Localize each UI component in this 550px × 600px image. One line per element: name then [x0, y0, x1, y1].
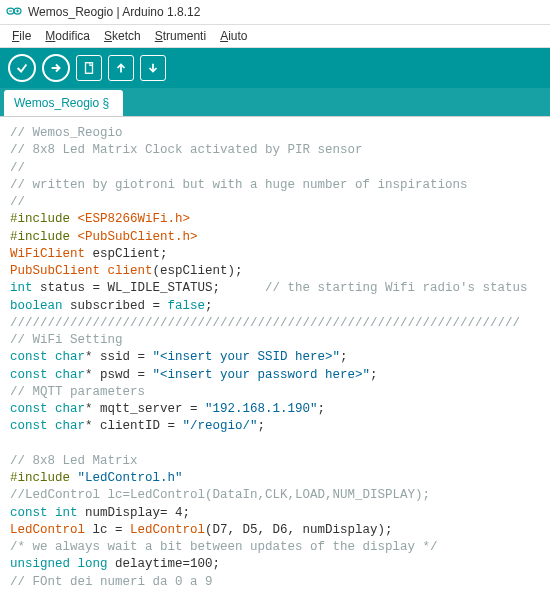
code: (D7, D5, D6, numDisplay);	[205, 523, 393, 537]
type: WiFiClient	[10, 247, 85, 261]
tab-bar: Wemos_Reogio §	[0, 88, 550, 116]
file-icon	[82, 61, 96, 75]
verify-button[interactable]	[8, 54, 36, 82]
kw: const	[10, 402, 48, 416]
kw: false	[168, 299, 206, 313]
menubar: File Modifica Sketch Strumenti Aiuto	[0, 25, 550, 48]
window-titlebar: Wemos_Reogio | Arduino 1.8.12	[0, 0, 550, 25]
code: ;	[340, 350, 348, 364]
kw: unsigned	[10, 557, 70, 571]
string: "<insert your password here>"	[153, 368, 371, 382]
comment: // WiFi Setting	[10, 333, 123, 347]
preproc: #include	[10, 471, 78, 485]
kw: const	[10, 419, 48, 433]
type: boolean	[10, 299, 63, 313]
kw: char	[48, 350, 86, 364]
menu-edit[interactable]: Modifica	[39, 27, 96, 45]
preproc: #include	[10, 212, 78, 226]
menu-help[interactable]: Aiuto	[214, 27, 253, 45]
code: * pswd =	[85, 368, 153, 382]
kw: const	[10, 506, 48, 520]
string: "/reogio/"	[183, 419, 258, 433]
menu-file[interactable]: File	[6, 27, 37, 45]
comment: // Wemos_Reogio	[10, 126, 123, 140]
code-editor[interactable]: // Wemos_Reogio // 8x8 Led Matrix Clock …	[0, 116, 550, 592]
toolbar	[0, 48, 550, 88]
code: lc =	[85, 523, 130, 537]
preproc: #include	[10, 230, 78, 244]
comment: // written by giotroni but with a huge n…	[10, 178, 468, 192]
comment: // MQTT parameters	[10, 385, 145, 399]
kw: long	[70, 557, 108, 571]
code: * ssid =	[85, 350, 153, 364]
comment: // 8x8 Led Matrix	[10, 454, 138, 468]
type: LedControl	[130, 523, 205, 537]
type: PubSubClient	[10, 264, 100, 278]
code: numDisplay= 4;	[78, 506, 191, 520]
include-local: "LedControl.h"	[78, 471, 183, 485]
arrow-right-icon	[49, 61, 63, 75]
code: * mqtt_server =	[85, 402, 205, 416]
code: delaytime=100;	[108, 557, 221, 571]
check-icon	[15, 61, 29, 75]
kw: char	[48, 419, 86, 433]
type: int	[10, 281, 33, 295]
kw: char	[48, 402, 86, 416]
code: client	[100, 264, 153, 278]
menu-sketch[interactable]: Sketch	[98, 27, 147, 45]
include-lib: <ESP8266WiFi.h>	[78, 212, 191, 226]
kw: const	[10, 368, 48, 382]
kw: int	[48, 506, 78, 520]
svg-rect-5	[86, 63, 93, 74]
upload-button[interactable]	[42, 54, 70, 82]
string: "192.168.1.190"	[205, 402, 318, 416]
const: WL_IDLE_STATUS	[108, 281, 213, 295]
comment: ////////////////////////////////////////…	[10, 316, 520, 330]
open-button[interactable]	[108, 55, 134, 81]
comment: //	[10, 195, 25, 209]
save-button[interactable]	[140, 55, 166, 81]
new-button[interactable]	[76, 55, 102, 81]
code: status =	[33, 281, 108, 295]
code: subscribed =	[63, 299, 168, 313]
comment: // 8x8 Led Matrix Clock activated by PIR…	[10, 143, 363, 157]
comment: /* we always wait a bit between updates …	[10, 540, 438, 554]
code: espClient;	[85, 247, 168, 261]
arrow-down-icon	[146, 61, 160, 75]
arrow-up-icon	[114, 61, 128, 75]
code: ;	[258, 419, 266, 433]
kw: char	[48, 368, 86, 382]
code: ;	[318, 402, 326, 416]
string: "<insert your SSID here>"	[153, 350, 341, 364]
comment: // the starting Wifi radio's status	[265, 281, 528, 295]
code: (espClient);	[153, 264, 243, 278]
type: LedControl	[10, 523, 85, 537]
arduino-logo-icon	[6, 4, 22, 20]
include-lib: <PubSubClient.h>	[78, 230, 198, 244]
code: ;	[213, 281, 266, 295]
tab-sketch[interactable]: Wemos_Reogio §	[4, 90, 123, 116]
comment: // FOnt dei numeri da 0 a 9	[10, 575, 213, 589]
window-title: Wemos_Reogio | Arduino 1.8.12	[28, 5, 200, 19]
code: ;	[205, 299, 213, 313]
code: * clientID =	[85, 419, 183, 433]
code: ;	[370, 368, 378, 382]
comment: //	[10, 161, 25, 175]
menu-tools[interactable]: Strumenti	[149, 27, 212, 45]
kw: const	[10, 350, 48, 364]
comment: //LedControl lc=LedControl(DataIn,CLK,LO…	[10, 488, 430, 502]
